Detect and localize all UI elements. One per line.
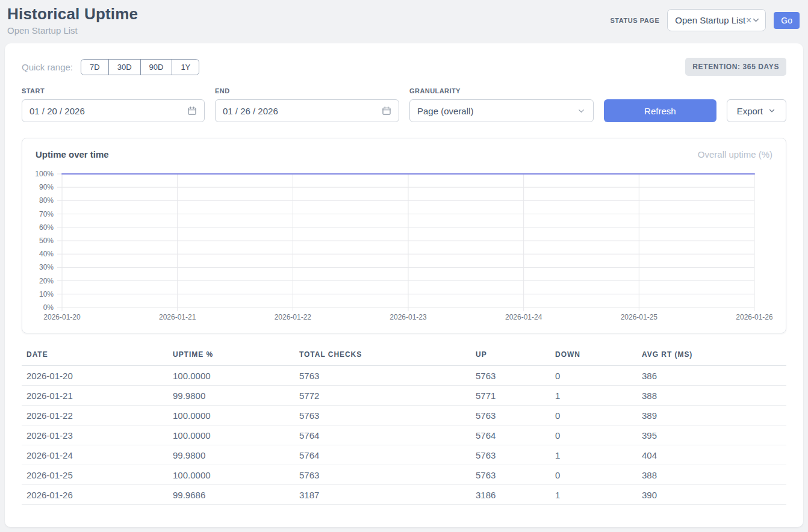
refresh-button[interactable]: Refresh [604,99,716,122]
table-cell: 0 [550,406,637,425]
svg-text:100%: 100% [36,170,54,178]
svg-text:30%: 30% [39,263,54,271]
table-cell: 5763 [471,445,550,465]
svg-text:0%: 0% [43,303,54,312]
table-cell: 99.9800 [168,386,294,406]
page-subtitle: Open Startup List [7,25,138,36]
calendar-icon[interactable] [382,106,391,116]
clear-icon[interactable]: × [746,16,751,25]
uptime-line-chart: 0%10%20%30%40%50%60%70%80%90%100%2026-01… [36,164,772,326]
svg-text:2026-01-22: 2026-01-22 [275,313,312,321]
status-page-select[interactable]: Open Startup List × [667,9,766,31]
table-cell: 2026-01-20 [22,366,168,386]
table-cell: 5771 [471,386,550,406]
quick-range-30d[interactable]: 30D [108,60,140,75]
table-cell: 5772 [294,386,471,406]
granularity-label: GRANULARITY [409,87,594,94]
table-cell: 2026-01-24 [22,445,168,465]
svg-text:2026-01-26: 2026-01-26 [736,313,772,321]
start-date-field: START 01 / 20 / 2026 [22,87,205,122]
table-cell: 0 [550,425,637,445]
table-cell: 390 [637,485,786,505]
svg-text:2026-01-23: 2026-01-23 [390,313,427,321]
table-row: 2026-01-22100.0000576357630389 [22,406,786,425]
page-title: Historical Uptime [7,5,138,23]
quick-range-1y[interactable]: 1Y [172,60,199,75]
table-row: 2026-01-25100.0000576357630388 [22,465,786,485]
table-cell: 3187 [294,485,471,505]
table-cell: 1 [550,485,637,505]
historical-uptime-page: Historical Uptime Open Startup List STAT… [0,0,808,532]
table-cell: 100.0000 [168,425,294,445]
calendar-icon[interactable] [187,106,197,116]
table-cell: 99.9800 [168,445,294,465]
column-header: TOTAL CHECKS [294,347,471,366]
table-cell: 100.0000 [168,366,294,386]
table-cell: 5763 [471,366,550,386]
table-row: 2026-01-20100.0000576357630386 [22,366,786,386]
table-cell: 5763 [294,465,471,485]
start-label: START [22,87,205,94]
end-label: END [215,87,399,94]
table-cell: 404 [637,445,786,465]
start-date-input[interactable]: 01 / 20 / 2026 [22,99,205,122]
top-controls: STATUS PAGE Open Startup List × Go [610,9,800,31]
svg-text:60%: 60% [39,223,54,232]
svg-text:2026-01-20: 2026-01-20 [43,313,81,321]
table-cell: 100.0000 [168,406,294,425]
table-header-row: DATEUPTIME %TOTAL CHECKSUPDOWNAVG RT (MS… [22,347,786,366]
table-cell: 1 [550,445,637,465]
quick-range-row: Quick range: 7D30D90D1Y RETENTION: 365 D… [22,58,786,76]
table-cell: 395 [637,425,786,445]
title-block: Historical Uptime Open Startup List [7,5,138,36]
filters-row: START 01 / 20 / 2026 END 01 / 26 / 2026 … [22,87,786,122]
svg-text:40%: 40% [39,250,54,258]
quick-range-group: 7D30D90D1Y [81,59,199,75]
svg-text:2026-01-24: 2026-01-24 [505,313,542,321]
table-cell: 5764 [294,425,471,445]
svg-text:20%: 20% [39,277,54,285]
table-cell: 99.9686 [168,485,294,505]
table-cell: 2026-01-26 [22,485,168,505]
svg-text:70%: 70% [39,210,54,218]
chart-legend: Overall uptime (%) [698,149,772,159]
table-cell: 100.0000 [168,465,294,485]
main-panel: Quick range: 7D30D90D1Y RETENTION: 365 D… [5,43,803,527]
granularity-select[interactable]: Page (overall) [409,99,594,122]
table-cell: 5764 [471,425,550,445]
go-button[interactable]: Go [774,12,800,29]
uptime-table-body: 2026-01-20100.00005763576303862026-01-21… [22,366,786,505]
table-cell: 5764 [294,445,471,465]
export-button[interactable]: Export [727,99,786,122]
table-cell: 388 [637,465,786,485]
table-cell: 386 [637,366,786,386]
chart-title: Uptime over time [36,149,109,159]
svg-text:2026-01-21: 2026-01-21 [159,313,196,321]
uptime-chart-card: Uptime over time Overall uptime (%) 0%10… [22,138,786,333]
end-date-value: 01 / 26 / 2026 [223,106,278,116]
table-cell: 5763 [294,406,471,425]
export-button-label: Export [737,106,763,116]
column-header: DOWN [550,347,637,366]
table-cell: 1 [550,386,637,406]
table-cell: 2026-01-22 [22,406,168,425]
uptime-table: DATEUPTIME %TOTAL CHECKSUPDOWNAVG RT (MS… [22,347,786,505]
chevron-down-icon [751,16,760,25]
quick-range-90d[interactable]: 90D [140,60,172,75]
table-cell: 2026-01-25 [22,465,168,485]
start-date-value: 01 / 20 / 2026 [30,106,85,116]
table-row: 2026-01-23100.0000576457640395 [22,425,786,445]
end-date-input[interactable]: 01 / 26 / 2026 [215,99,399,122]
retention-badge: RETENTION: 365 DAYS [685,58,786,76]
table-row: 2026-01-2699.9686318731861390 [22,485,786,505]
svg-text:10%: 10% [39,290,54,298]
svg-text:50%: 50% [39,237,54,245]
status-page-selected-value: Open Startup List [675,15,745,25]
table-cell: 2026-01-21 [22,386,168,406]
granularity-field: GRANULARITY Page (overall) [409,87,594,122]
table-cell: 0 [550,465,637,485]
table-row: 2026-01-2499.9800576457631404 [22,445,786,465]
svg-text:2026-01-25: 2026-01-25 [621,313,658,321]
quick-range-7d[interactable]: 7D [81,60,108,75]
granularity-selected-value: Page (overall) [417,106,473,116]
